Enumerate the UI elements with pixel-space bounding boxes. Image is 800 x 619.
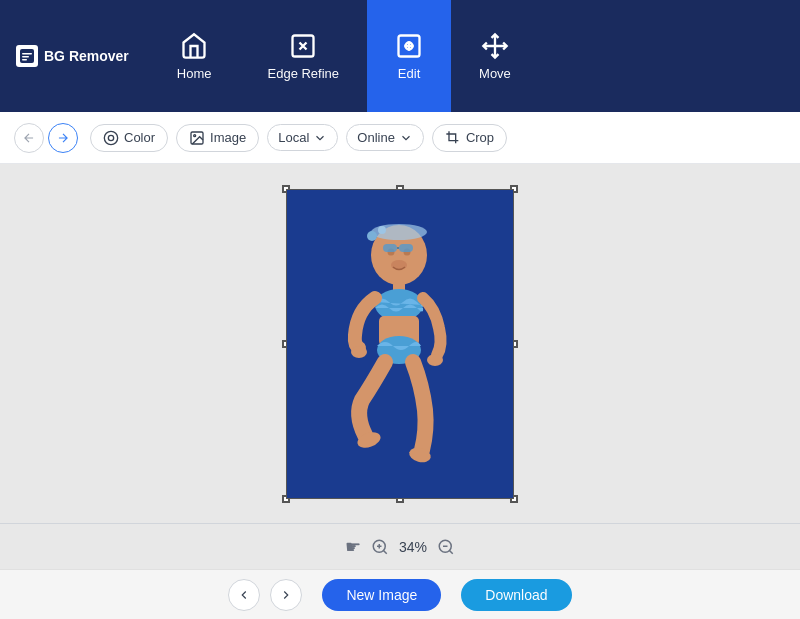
nav-bar: Home Edge Refine Edit Move	[149, 0, 539, 112]
svg-line-34	[450, 550, 453, 553]
color-label: Color	[124, 130, 155, 145]
color-button[interactable]: Color	[90, 124, 168, 152]
chevron-down-icon	[313, 131, 327, 145]
nav-edge-refine-label: Edge Refine	[268, 66, 340, 81]
prev-icon	[237, 588, 251, 602]
download-button[interactable]: Download	[461, 579, 571, 611]
baby-image	[317, 220, 482, 480]
nav-edit[interactable]: Edit	[367, 0, 451, 112]
image-button[interactable]: Image	[176, 124, 259, 152]
image-label: Image	[210, 130, 246, 145]
zoom-control: ☛ 34%	[345, 536, 455, 558]
online-dropdown[interactable]: Online	[346, 124, 424, 151]
zoom-out-button[interactable]	[437, 538, 455, 556]
svg-line-30	[383, 550, 386, 553]
image-frame	[286, 189, 514, 499]
crop-button[interactable]: Crop	[432, 124, 507, 152]
nav-edit-label: Edit	[398, 66, 420, 81]
svg-point-17	[391, 260, 407, 270]
svg-rect-18	[383, 244, 397, 252]
nav-move[interactable]: Move	[451, 0, 539, 112]
hand-tool-icon: ☛	[345, 536, 361, 558]
next-button[interactable]	[270, 579, 302, 611]
zoom-level: 34%	[399, 539, 427, 555]
local-dropdown[interactable]: Local	[267, 124, 338, 151]
history-nav	[14, 123, 78, 153]
nav-home[interactable]: Home	[149, 0, 240, 112]
toolbar: Color Image Local Online Crop	[0, 112, 800, 164]
image-container[interactable]	[286, 189, 514, 499]
svg-point-7	[104, 131, 117, 144]
online-label: Online	[357, 130, 395, 145]
footer-nav	[228, 579, 302, 611]
zoom-in-icon	[371, 538, 389, 556]
nav-move-label: Move	[479, 66, 511, 81]
redo-button[interactable]	[48, 123, 78, 153]
svg-rect-19	[399, 244, 413, 252]
new-image-button[interactable]: New Image	[322, 579, 441, 611]
local-label: Local	[278, 130, 309, 145]
svg-point-8	[108, 135, 113, 140]
svg-rect-3	[22, 59, 27, 61]
logo: BG Remover	[16, 45, 129, 67]
prev-button[interactable]	[228, 579, 260, 611]
svg-point-24	[427, 354, 443, 366]
svg-rect-1	[22, 53, 32, 55]
app-title: BG Remover	[44, 48, 129, 64]
nav-edge-refine[interactable]: Edge Refine	[240, 0, 368, 112]
svg-point-13	[367, 231, 377, 241]
status-bar: ☛ 34%	[0, 523, 800, 569]
crop-label: Crop	[466, 130, 494, 145]
svg-point-10	[194, 134, 196, 136]
zoom-in-button[interactable]	[371, 538, 389, 556]
svg-point-14	[378, 226, 386, 234]
nav-home-label: Home	[177, 66, 212, 81]
footer: New Image Download	[0, 569, 800, 619]
zoom-out-icon	[437, 538, 455, 556]
next-icon	[279, 588, 293, 602]
canvas-area	[0, 164, 800, 523]
logo-icon	[16, 45, 38, 67]
svg-point-23	[351, 346, 367, 358]
svg-rect-2	[22, 56, 29, 58]
header: BG Remover Home Edge Refine Ed	[0, 0, 800, 112]
undo-button[interactable]	[14, 123, 44, 153]
chevron-down-icon-2	[399, 131, 413, 145]
